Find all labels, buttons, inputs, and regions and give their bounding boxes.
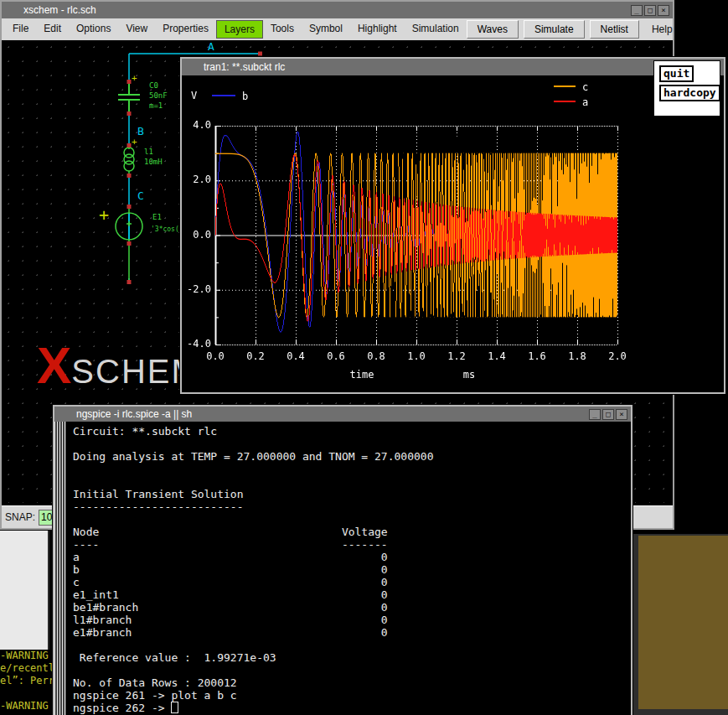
menu-item-edit[interactable]: Edit [36,20,69,39]
background-terminal-warnings: -WARNINGe/recentlyel”: Perr -WARNING [0,650,52,715]
xschem-menubar: FileEditOptionsViewPropertiesLayersTools… [2,18,673,41]
terminal-line: No. of Data Rows : 200012 [73,676,631,689]
svg-text:m=1: m=1 [149,101,163,110]
xschem-window-controls: _ □ × [631,5,669,16]
ngspice-terminal-window: ngspice -i rlc.spice -a || sh _ □ × Circ… [53,405,632,715]
close-icon[interactable]: × [616,409,627,420]
terminal-titlebar[interactable]: ngspice -i rlc.spice -a || sh _ □ × [54,407,631,422]
background-white-panel [0,530,49,650]
terminal-line [73,639,631,651]
menu-item-file[interactable]: File [5,20,36,39]
warning-line: -WARNING [0,650,52,662]
terminal-cursor [171,702,178,713]
terminal-prompt: ngspice 262 -> [73,702,631,714]
terminal-line: Node Voltage [73,526,631,538]
simulate-button[interactable]: Simulate [524,20,585,39]
svg-text:+: + [132,137,137,148]
menu-item-highlight[interactable]: Highlight [350,20,405,39]
maximize-icon[interactable]: □ [644,5,656,16]
snap-label: SNAP: [5,511,35,523]
terminal-line: Reference value : 1.99271e-03 [73,651,631,664]
capacitor-symbol[interactable] [118,82,140,113]
terminal-line: e1_int1 0 [73,588,631,601]
svg-text:E1: E1 [152,213,162,221]
minimize-icon[interactable]: _ [589,409,601,420]
terminal-scrollbar[interactable] [54,422,66,715]
terminal-line: -------------------------- [73,500,631,513]
terminal-line: e1#branch 0 [73,626,631,639]
maximize-icon[interactable]: □ [602,409,614,420]
warning-line: e/recently [0,662,52,675]
terminal-line: Initial Transient Solution [73,488,631,500]
menu-item-tools[interactable]: Tools [263,20,302,39]
terminal-line: l1#branch 0 [73,614,631,626]
terminal-output[interactable]: Circuit: **.subckt rlc Doing analysis at… [66,422,631,715]
waveform-window: tran1: **.subckt rlc _ □ × quit hardcopy [180,57,725,394]
terminal-line: be1#branch 0 [73,601,631,614]
desktop: -WARNINGe/recentlyel”: Perr -WARNING xsc… [0,0,728,715]
menu-item-properties[interactable]: Properties [155,20,216,39]
terminal-line: a 0 [73,551,631,563]
terminal-line [73,475,631,488]
terminal-line [73,513,631,526]
xschem-titlebar[interactable]: xschem - rlc.sch _ □ × [2,2,673,18]
menu-item-simulation[interactable]: Simulation [405,20,467,39]
waveform-window-title: tran1: **.subckt rlc [185,61,682,73]
svg-text:10mH: 10mH [144,158,163,166]
terminal-line: b 0 [73,563,631,576]
hardcopy-button[interactable]: hardcopy [659,85,720,101]
terminal-line: Doing analysis at TEMP = 27.000000 and T… [73,450,631,463]
svg-text:l1: l1 [144,148,153,156]
svg-text:C0: C0 [149,81,158,90]
terminal-line: ngspice 261 -> plot a b c [73,689,631,702]
terminal-line [73,664,631,676]
warning-line: el”: Perr [0,675,52,687]
xschem-window-title: xschem - rlc.sch [5,4,631,16]
warning-line: -WARNING [0,700,52,712]
terminal-line [73,438,631,450]
minimize-icon[interactable]: _ [631,5,643,16]
menu-item-options[interactable]: Options [69,20,118,39]
menu-item-view[interactable]: View [118,20,155,39]
waves-button[interactable]: Waves [467,20,519,39]
netlist-button[interactable]: Netlist [590,20,639,39]
close-icon[interactable]: × [658,5,669,16]
background-window [632,534,728,715]
terminal-line: Circuit: **.subckt rlc [73,425,631,438]
waveform-plot[interactable] [182,75,724,392]
warning-line [0,687,52,700]
terminal-line: c 0 [73,576,631,588]
menu-item-help[interactable]: Help [644,21,680,38]
plot-control-panel: quit hardcopy [653,60,720,117]
svg-text:+: + [132,73,137,84]
node-label-b: B [137,125,144,137]
waveform-titlebar[interactable]: tran1: **.subckt rlc _ □ × [182,59,724,75]
node-label-a: A [208,40,214,53]
terminal-line [73,463,631,475]
svg-text:50nF: 50nF [149,91,168,100]
node-label-c: C [137,189,144,202]
svg-text:+: + [99,205,109,225]
inductor-symbol[interactable] [124,146,134,176]
menu-item-symbol[interactable]: Symbol [302,20,350,39]
menu-item-layers[interactable]: Layers [216,20,263,39]
quit-button[interactable]: quit [659,65,694,82]
terminal-line: ---- ------- [73,538,631,551]
terminal-window-title: ngspice -i rlc.spice -a || sh [58,408,589,420]
